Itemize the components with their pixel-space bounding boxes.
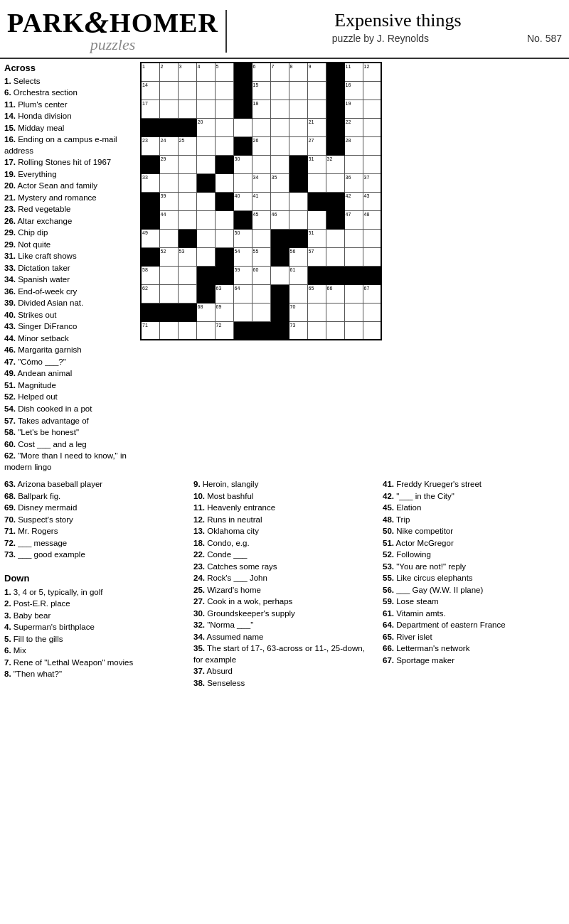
grid-cell-12-9[interactable]: 65	[307, 284, 326, 303]
grid-cell-4-11[interactable]: 28	[344, 136, 363, 155]
grid-cell-10-7[interactable]	[270, 247, 289, 266]
grid-cell-3-10[interactable]	[326, 118, 344, 136]
grid-cell-10-0[interactable]	[141, 247, 159, 266]
grid-cell-3-11[interactable]: 22	[344, 118, 363, 136]
grid-cell-5-1[interactable]: 29	[159, 155, 178, 173]
grid-cell-12-1[interactable]	[159, 284, 178, 303]
grid-cell-7-9[interactable]	[307, 192, 326, 210]
grid-cell-9-4[interactable]	[215, 229, 233, 247]
grid-cell-2-11[interactable]: 19	[344, 100, 363, 118]
grid-cell-5-2[interactable]	[178, 155, 196, 173]
grid-cell-3-7[interactable]	[270, 118, 289, 136]
grid-cell-7-1[interactable]: 39	[159, 192, 178, 210]
grid-cell-13-0[interactable]	[141, 303, 159, 321]
grid-cell-1-3[interactable]	[196, 81, 215, 100]
grid-cell-2-3[interactable]	[196, 100, 215, 118]
grid-cell-1-9[interactable]	[307, 81, 326, 100]
grid-cell-8-2[interactable]	[178, 210, 196, 229]
grid-cell-8-7[interactable]: 46	[270, 210, 289, 229]
grid-cell-14-7[interactable]	[270, 321, 289, 340]
grid-cell-9-11[interactable]	[344, 229, 363, 247]
grid-cell-6-0[interactable]: 33	[141, 173, 159, 192]
grid-cell-9-9[interactable]: 51	[307, 229, 326, 247]
grid-cell-13-3[interactable]: 68	[196, 303, 215, 321]
grid-cell-8-9[interactable]	[307, 210, 326, 229]
grid-cell-2-9[interactable]	[307, 100, 326, 118]
grid-cell-11-1[interactable]	[159, 266, 178, 284]
grid-cell-13-6[interactable]	[252, 303, 270, 321]
grid-cell-13-12[interactable]	[363, 303, 381, 321]
grid-cell-9-1[interactable]	[159, 229, 178, 247]
grid-cell-7-12[interactable]: 43	[363, 192, 381, 210]
grid-cell-10-10[interactable]	[326, 247, 344, 266]
grid-cell-13-7[interactable]	[270, 303, 289, 321]
grid-cell-8-12[interactable]: 48	[363, 210, 381, 229]
grid-cell-3-3[interactable]: 20	[196, 118, 215, 136]
grid-cell-7-11[interactable]: 42	[344, 192, 363, 210]
grid-cell-1-0[interactable]: 14	[141, 81, 159, 100]
grid-cell-4-12[interactable]	[363, 136, 381, 155]
grid-cell-6-6[interactable]: 34	[252, 173, 270, 192]
grid-cell-0-3[interactable]: 4	[196, 63, 215, 81]
grid-cell-6-12[interactable]: 37	[363, 173, 381, 192]
grid-cell-4-9[interactable]: 27	[307, 136, 326, 155]
grid-cell-4-8[interactable]	[289, 136, 307, 155]
grid-cell-3-5[interactable]	[233, 118, 252, 136]
grid-cell-9-10[interactable]	[326, 229, 344, 247]
grid-cell-14-0[interactable]: 71	[141, 321, 159, 340]
grid-cell-4-5[interactable]	[233, 136, 252, 155]
grid-cell-0-9[interactable]: 9	[307, 63, 326, 81]
grid-cell-7-6[interactable]: 41	[252, 192, 270, 210]
grid-cell-10-2[interactable]: 53	[178, 247, 196, 266]
grid-cell-11-6[interactable]: 60	[252, 266, 270, 284]
grid-cell-7-3[interactable]	[196, 192, 215, 210]
grid-cell-12-2[interactable]	[178, 284, 196, 303]
grid-cell-3-8[interactable]	[289, 118, 307, 136]
grid-cell-3-1[interactable]	[159, 118, 178, 136]
grid-cell-3-4[interactable]	[215, 118, 233, 136]
grid-cell-7-7[interactable]	[270, 192, 289, 210]
grid-cell-14-1[interactable]	[159, 321, 178, 340]
grid-cell-14-5[interactable]	[233, 321, 252, 340]
grid-cell-1-8[interactable]	[289, 81, 307, 100]
grid-cell-2-12[interactable]	[363, 100, 381, 118]
grid-cell-12-0[interactable]: 62	[141, 284, 159, 303]
grid-cell-7-5[interactable]: 40	[233, 192, 252, 210]
grid-cell-4-4[interactable]	[215, 136, 233, 155]
grid-cell-8-6[interactable]: 45	[252, 210, 270, 229]
grid-cell-8-11[interactable]: 47	[344, 210, 363, 229]
grid-cell-10-11[interactable]	[344, 247, 363, 266]
grid-cell-1-2[interactable]	[178, 81, 196, 100]
grid-cell-2-0[interactable]: 17	[141, 100, 159, 118]
grid-cell-3-12[interactable]	[363, 118, 381, 136]
grid-cell-1-6[interactable]: 15	[252, 81, 270, 100]
grid-cell-6-3[interactable]	[196, 173, 215, 192]
grid-cell-1-4[interactable]	[215, 81, 233, 100]
grid-cell-7-4[interactable]	[215, 192, 233, 210]
grid-cell-4-1[interactable]: 24	[159, 136, 178, 155]
grid-cell-13-8[interactable]: 70	[289, 303, 307, 321]
grid-cell-5-6[interactable]	[252, 155, 270, 173]
grid-cell-9-7[interactable]	[270, 229, 289, 247]
grid-cell-1-11[interactable]: 16	[344, 81, 363, 100]
grid-cell-2-5[interactable]	[233, 100, 252, 118]
grid-cell-5-9[interactable]: 31	[307, 155, 326, 173]
grid-cell-7-10[interactable]	[326, 192, 344, 210]
grid-cell-11-12[interactable]	[363, 266, 381, 284]
grid-cell-13-1[interactable]	[159, 303, 178, 321]
grid-cell-4-3[interactable]	[196, 136, 215, 155]
grid-cell-6-1[interactable]	[159, 173, 178, 192]
grid-cell-5-5[interactable]: 30	[233, 155, 252, 173]
grid-cell-3-2[interactable]	[178, 118, 196, 136]
grid-cell-13-10[interactable]	[326, 303, 344, 321]
grid-cell-0-4[interactable]: 5	[215, 63, 233, 81]
grid-cell-0-11[interactable]: 11	[344, 63, 363, 81]
grid-cell-12-10[interactable]: 66	[326, 284, 344, 303]
grid-cell-14-4[interactable]: 72	[215, 321, 233, 340]
grid-cell-14-12[interactable]	[363, 321, 381, 340]
grid-cell-14-6[interactable]	[252, 321, 270, 340]
grid-cell-11-3[interactable]	[196, 266, 215, 284]
grid-cell-9-0[interactable]: 49	[141, 229, 159, 247]
grid-cell-9-12[interactable]	[363, 229, 381, 247]
grid-cell-7-8[interactable]	[289, 192, 307, 210]
